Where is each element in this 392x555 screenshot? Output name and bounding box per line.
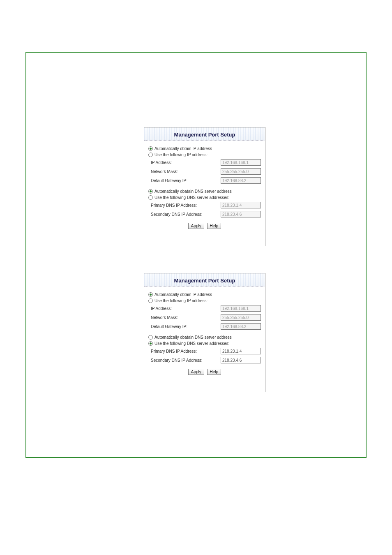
ip-manual-radio-row[interactable]: Use the following IP address:: [148, 152, 261, 158]
radio-unchecked-icon: [148, 335, 153, 340]
secondary-dns-label: Secondary DNS IP Address:: [151, 358, 221, 363]
ip-address-row: IP Address:: [148, 158, 261, 167]
dns-manual-radio-row[interactable]: Use the following DNS server addresses:: [148, 340, 261, 347]
management-port-setup-panel-1: Management Port Setup Automatically obta…: [144, 127, 265, 246]
primary-dns-input[interactable]: [221, 202, 261, 208]
radio-checked-icon: [148, 292, 153, 297]
apply-button[interactable]: Apply: [188, 369, 204, 375]
ip-auto-radio-row[interactable]: Automatically obtain IP address: [148, 291, 261, 298]
dns-auto-label: Automatically obatain DNS server address: [154, 335, 232, 340]
apply-button[interactable]: Apply: [188, 223, 204, 229]
panel-title: Management Port Setup: [144, 127, 265, 141]
radio-checked-icon: [148, 189, 153, 194]
dns-auto-label: Automatically obatain DNS server address: [154, 189, 232, 194]
ip-address-row: IP Address:: [148, 304, 261, 313]
primary-dns-label: Primary DNS IP Address:: [151, 349, 221, 354]
secondary-dns-input[interactable]: [221, 211, 261, 217]
ip-address-label: IP Address:: [151, 160, 221, 165]
radio-checked-icon: [148, 146, 153, 151]
radio-unchecked-icon: [148, 195, 153, 200]
ip-manual-label: Use the following IP address:: [154, 153, 208, 157]
dns-manual-radio-row[interactable]: Use the following DNS server addresses:: [148, 194, 261, 201]
secondary-dns-label: Secondary DNS IP Address:: [151, 212, 221, 217]
dns-manual-label: Use the following DNS server addresses:: [154, 341, 229, 346]
netmask-label: Network Mask:: [151, 315, 221, 320]
management-port-setup-panel-2: Management Port Setup Automatically obta…: [144, 273, 265, 392]
ip-auto-radio-row[interactable]: Automatically obtain IP address: [148, 146, 261, 152]
ip-auto-label: Automatically obtain IP address: [154, 292, 212, 297]
button-row: Apply Help: [148, 219, 261, 231]
primary-dns-row: Primary DNS IP Address:: [148, 347, 261, 356]
netmask-input[interactable]: [221, 168, 261, 175]
dns-auto-radio-row[interactable]: Automatically obatain DNS server address: [148, 188, 261, 194]
secondary-dns-row: Secondary DNS IP Address:: [148, 210, 261, 219]
gateway-label: Default Gateway IP:: [151, 178, 221, 183]
netmask-row: Network Mask:: [148, 167, 261, 176]
netmask-input[interactable]: [221, 314, 261, 321]
panel-body: Automatically obtain IP address Use the …: [144, 287, 265, 380]
primary-dns-input[interactable]: [221, 348, 261, 354]
primary-dns-label: Primary DNS IP Address:: [151, 203, 221, 208]
dns-manual-label: Use the following DNS server addresses:: [154, 195, 229, 200]
help-button[interactable]: Help: [207, 369, 221, 375]
secondary-dns-row: Secondary DNS IP Address:: [148, 356, 261, 365]
panel-title: Management Port Setup: [144, 273, 265, 287]
panel-body: Automatically obtain IP address Use the …: [144, 141, 265, 234]
gateway-label: Default Gateway IP:: [151, 324, 221, 329]
divider: [148, 185, 261, 188]
help-button[interactable]: Help: [207, 223, 221, 229]
primary-dns-row: Primary DNS IP Address:: [148, 201, 261, 210]
netmask-row: Network Mask:: [148, 313, 261, 322]
radio-unchecked-icon: [148, 153, 153, 157]
button-row: Apply Help: [148, 365, 261, 377]
ip-address-input[interactable]: [221, 159, 261, 166]
ip-manual-radio-row[interactable]: Use the following IP address:: [148, 298, 261, 304]
gateway-row: Default Gateway IP:: [148, 176, 261, 185]
radio-checked-icon: [148, 341, 153, 346]
ip-address-input[interactable]: [221, 305, 261, 312]
divider: [148, 331, 261, 334]
dns-auto-radio-row[interactable]: Automatically obatain DNS server address: [148, 334, 261, 340]
document-page-frame: Management Port Setup Automatically obta…: [25, 52, 367, 458]
ip-address-label: IP Address:: [151, 306, 221, 311]
ip-auto-label: Automatically obtain IP address: [154, 146, 212, 151]
radio-unchecked-icon: [148, 298, 153, 303]
gateway-input[interactable]: [221, 323, 261, 330]
secondary-dns-input[interactable]: [221, 357, 261, 363]
gateway-row: Default Gateway IP:: [148, 322, 261, 331]
gateway-input[interactable]: [221, 177, 261, 184]
netmask-label: Network Mask:: [151, 169, 221, 174]
ip-manual-label: Use the following IP address:: [154, 298, 208, 303]
